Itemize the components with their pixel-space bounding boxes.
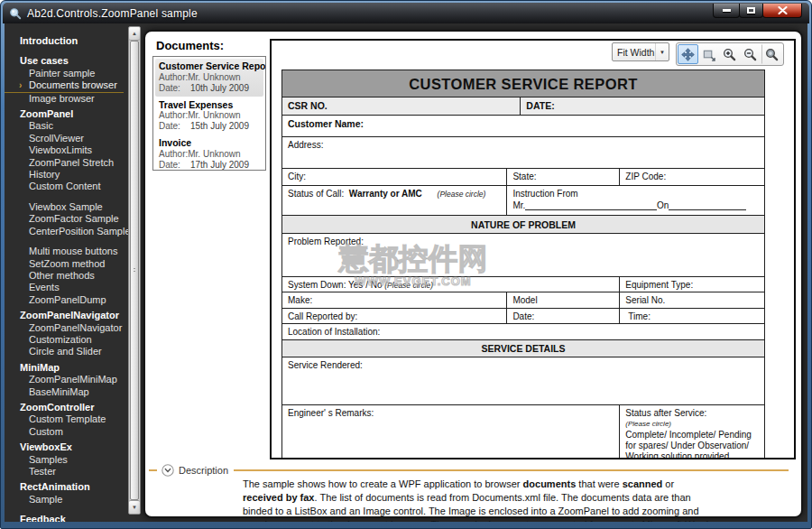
zoom-in-button[interactable] [719,44,740,64]
sidebar-item[interactable]: ›ZoomPanelNavigator [5,310,128,321]
zoom-out-button[interactable] [740,44,761,64]
sidebar-item[interactable]: ›Multi mouse buttons [5,246,128,257]
sidebar-item-label: Tester [29,466,56,477]
sidebar-item-label: ZoomPanel Stretch [29,157,114,168]
content-card: Documents: Customer Service Report Autho… [143,30,803,518]
sidebar-item[interactable]: ›Sample [5,494,128,506]
sidebar-item[interactable]: ›Tester [5,466,128,478]
move-icon [681,48,695,61]
form-cell-system-down: System Down: Yes / No (Please circle) [282,277,620,292]
sidebar-item[interactable]: ›Introduction [5,35,128,47]
form-title: CUSTOMER SERVICE REPORT [282,70,764,97]
rect-zoom-button[interactable] [698,44,719,64]
sidebar-item[interactable]: ›Documents browser [5,79,124,92]
description-segment: received by fax [243,492,315,503]
document-list-item[interactable]: Invoice Author:Mr. Unknown Date:17th Jul… [155,135,263,171]
sidebar-item[interactable]: ›ZoomPanel [5,108,128,120]
sidebar-item[interactable]: ›SetZoom method [5,258,128,270]
minimize-icon [723,9,731,12]
document-author: Author:Mr. Unknown [159,72,260,83]
document-list-item[interactable]: Customer Service Report Author:Mr. Unkno… [155,59,263,97]
sidebar-item-label: Custom Content [29,181,100,191]
sidebar-item[interactable]: ›Customization [5,334,128,346]
form-cell-city: City: [282,169,507,185]
sidebar-item[interactable]: ›ZoomPanelDump [5,294,128,306]
description-expander: Description [149,464,789,477]
sidebar-item[interactable]: ›Feedback [5,514,128,522]
sidebar-item-label: Use cases [20,55,69,66]
form-cell-time: Time: [620,309,764,323]
sidebar-item[interactable]: ›ViewboxLimits [5,144,128,156]
description-segment: scanned [623,478,663,489]
document-list-item[interactable]: Travel Expenses Author:Mr. Unknown Date:… [155,97,263,135]
scroll-down-button[interactable]: ▼ [129,500,140,514]
zoom-button-group [676,42,784,66]
description-segment: that were [576,478,622,489]
sidebar-item[interactable]: ›Viewbox Sample [5,201,128,213]
rect-select-icon [702,48,715,61]
sidebar-item[interactable]: ›ScrollViewer [5,133,128,144]
sidebar-item[interactable]: ›ZoomPanelMiniMap [5,374,128,385]
sidebar-item[interactable]: ›Events [5,282,128,293]
window-titlebar[interactable]: Ab2d.Controls.ZoomPanel sample [3,3,809,23]
sidebar-item[interactable]: ›History [5,169,128,181]
customer-service-report-document: CUSTOMER SERVICE REPORT CSR NO. DATE: Cu… [281,70,765,459]
viewer-toolbar: Fit Width ▼ [612,42,784,66]
sidebar-item-label: Painter sample [29,68,95,79]
maximize-button[interactable] [739,4,763,18]
form-cell-state: State: [507,169,620,185]
sidebar-item-label: Viewbox Sample [29,201,103,212]
form-cell-status-after-service: Status after Service: (Please circle) Co… [620,405,764,459]
sidebar-item[interactable]: ›CenterPosition Sample [5,226,128,237]
close-button[interactable] [762,4,802,18]
sidebar-item[interactable]: ›Basic [5,120,128,132]
zoom-mode-value: Fit Width [613,47,655,58]
zoom-mode-select[interactable]: Fit Width ▼ [612,42,669,61]
sidebar-item[interactable]: ›ZoomPanelNavigator [5,322,128,334]
sidebar-item[interactable]: ›ZoomFactor Sample [5,213,128,225]
minimize-button[interactable] [713,4,740,18]
sidebar-item[interactable]: ›Custom Content [5,181,128,192]
scroll-up-button[interactable]: ▲ [129,27,140,41]
document-date: Date:10th July 2009 [159,83,260,94]
document-viewer[interactable]: CUSTOMER SERVICE REPORT CSR NO. DATE: Cu… [270,39,796,459]
form-cell-make: Make: [282,292,507,308]
sidebar-item-label: CenterPosition Sample [29,226,128,237]
sidebar-item-label: Events [29,282,60,292]
sidebar-item-label: Introduction [20,35,78,46]
sidebar-item[interactable]: ›Circle and Slider [5,346,128,357]
sidebar-item[interactable]: ›Other methods [5,270,128,282]
expander-chevron-down-icon[interactable] [161,464,174,477]
sidebar-scrollbar[interactable]: ▲ ▼ [128,26,141,515]
sidebar-item[interactable]: ›Custom [5,426,128,438]
description-segment: or [662,478,674,489]
sidebar-item[interactable]: ›Custom Template [5,413,128,425]
sidebar-item[interactable]: ›Samples [5,454,128,466]
documents-listbox[interactable]: Customer Service Report Author:Mr. Unkno… [152,56,266,171]
sidebar-item[interactable]: ›ZoomController [5,402,128,413]
sidebar-item[interactable]: ›RectAnimation [5,481,128,493]
form-cell-status-of-call: Status of Call: Warranty or AMC (Please … [282,186,507,215]
sidebar-item[interactable]: ›BaseMiniMap [5,386,128,398]
scrollbar-thumb[interactable] [130,41,139,500]
sidebar-item-label: Documents browser [29,79,117,90]
form-cell-serial: Serial No. [620,292,764,308]
sidebar-item-label: Samples [29,454,68,465]
window-client-area: ›Introduction ›Use cases ›Painter sample… [5,23,807,522]
sidebar-item[interactable]: ›ZoomPanel Stretch [5,157,128,169]
sidebar-item[interactable]: ›Image browser [5,93,128,105]
sidebar-item[interactable]: ›ViewboxEx [5,441,128,453]
sidebar-item[interactable]: ›Use cases [5,55,128,67]
sidebar-item[interactable]: ›MiniMap [5,362,128,374]
maximize-icon [747,7,755,14]
sidebar-item-label: Multi mouse buttons [29,246,117,256]
selected-arrow-icon: › [19,79,22,91]
zoom-reset-button[interactable] [761,44,782,64]
sidebar-item-label: Feedback [20,514,66,522]
sidebar-nav: ›Introduction ›Use cases ›Painter sample… [5,23,128,522]
move-tool-button[interactable] [678,44,698,64]
form-cell-model: Model [507,292,620,308]
sidebar-item-label: ZoomController [20,402,95,413]
sidebar-item[interactable]: ›Painter sample [5,68,128,79]
description-text: The sample shows how to create a WPF app… [243,478,715,522]
